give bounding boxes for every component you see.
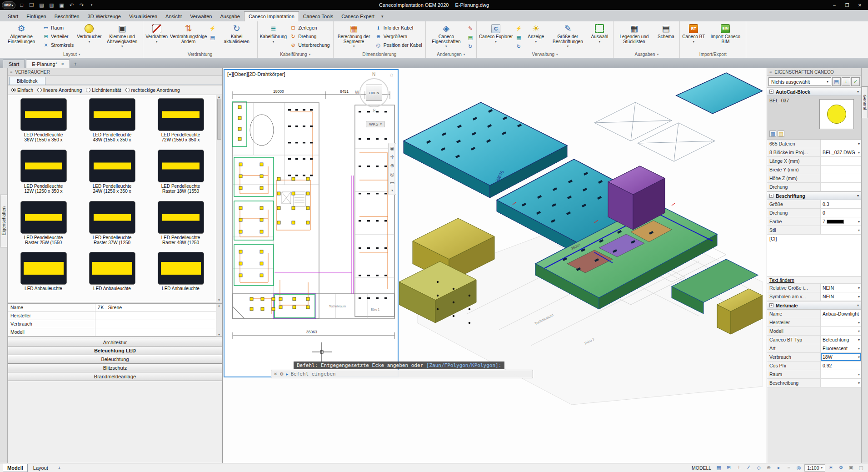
property-row[interactable]: 8 Blöcke im Proj...BEL_037.DWG▾ xyxy=(767,148,861,157)
rewind-icon[interactable]: ▭ xyxy=(390,180,394,186)
group-label-layout[interactable]: Layout▾ xyxy=(1,51,142,58)
save-as-icon[interactable]: ▥ xyxy=(48,1,55,9)
navigation-bar[interactable]: ◉ ✛ ⊕ ◎ ▭ ▾ xyxy=(388,143,396,195)
property-row[interactable]: Höhe Z (mm) xyxy=(767,174,861,183)
property-row[interactable]: NameAnbau-Downlight xyxy=(767,310,861,318)
viewcube-ring[interactable]: OBEN xyxy=(359,78,389,107)
property-row[interactable]: Relative Größe i...NEIN▾ xyxy=(767,284,861,292)
schema-button[interactable]: ▤ Schema xyxy=(653,22,678,51)
viewport-2d[interactable]: [+][Oben][2D-Drahtkörper] 18000 8451 856… xyxy=(224,69,399,377)
property-row[interactable]: Größe0.3 xyxy=(767,200,861,209)
vergroessern-button[interactable]: ⊕Vergrößern xyxy=(374,32,424,40)
property-row[interactable]: Stil▾ xyxy=(767,226,861,235)
property-row[interactable]: Cos Phi0.92 xyxy=(767,362,861,370)
library-item[interactable]: LED Pendelleuchte36W (1550 x 350 x xyxy=(9,96,78,147)
edit-note-icon[interactable]: ✎ xyxy=(466,24,475,32)
scroll-down-icon[interactable]: ▼ xyxy=(218,299,220,301)
anzeige-button[interactable]: ☀ Anzeige ▾ xyxy=(524,22,548,51)
filter-rechteckige-anordnung[interactable]: rechteckige Anordnung xyxy=(125,87,180,93)
table-row[interactable]: Verbrauch xyxy=(8,320,222,328)
restore-button[interactable]: ❐ xyxy=(841,0,853,10)
panel-grip-icon[interactable]: ≡ xyxy=(769,70,772,74)
library-item[interactable]: LED Anbauleuchte xyxy=(78,250,146,301)
library-item[interactable]: LED PendelleuchteRaster 18W (1550 xyxy=(146,147,215,199)
group-label-dimensionierung[interactable]: Dimensionierung xyxy=(334,51,425,58)
property-row[interactable]: Länge X (mm) xyxy=(767,157,861,166)
block-grid-icon[interactable]: ▤ xyxy=(778,131,784,137)
ribbon-tab-beschriften[interactable]: Beschriften xyxy=(50,12,84,21)
close-tab-icon[interactable]: ✕ xyxy=(61,62,65,66)
library-item[interactable]: LED PendelleuchteRaster 25W (1550 xyxy=(9,199,78,250)
redo-icon[interactable]: ↷ xyxy=(78,1,85,9)
category-brandmeldeanlage[interactable]: Brandmeldeanlage xyxy=(8,372,222,381)
apply-check-icon[interactable]: ✓ xyxy=(851,77,860,86)
stromkreis-button[interactable]: ✕Stromkreis xyxy=(41,41,75,49)
general-palette-tab[interactable]: General xyxy=(862,86,868,118)
viewport-controls-label[interactable]: [+][Oben][2D-Drahtkörper] xyxy=(227,71,285,77)
section-merkmale[interactable]: + Merkmale ▾ xyxy=(767,301,861,310)
viewcube-west-label[interactable]: W xyxy=(355,90,359,95)
zoom-icon[interactable]: ⊕ xyxy=(390,163,394,169)
filter-lineare-anordnung[interactable]: lineare Anordnung xyxy=(37,87,82,93)
open-folder-icon[interactable]: ❐ xyxy=(28,1,35,9)
library-item[interactable]: LED Pendelleuchte12W (1250 x 350 x xyxy=(9,147,78,199)
section-caret-icon[interactable]: ▾ xyxy=(857,303,859,307)
filter-lichtintensitaet[interactable]: Lichtintensität xyxy=(86,87,121,93)
grid-icon[interactable]: ▦ xyxy=(714,464,723,472)
library-item[interactable]: LED PendelleuchteRaster 48W (1250 xyxy=(146,199,215,250)
save-icon[interactable]: ▤ xyxy=(38,1,45,9)
library-item[interactable]: LED Anbauleuchte xyxy=(9,250,78,301)
close-button[interactable]: ✕ xyxy=(853,0,866,10)
library-item[interactable]: LED Pendelleuchte24W (1250 x 350 x xyxy=(78,147,146,199)
isolate-objects-icon[interactable]: ▣ xyxy=(847,464,855,472)
group-label-kabelfuehrung[interactable]: Kabelführung▾ xyxy=(258,51,333,58)
expand-icon[interactable]: + xyxy=(769,90,773,94)
groesse-beschriftungen-button[interactable]: ✎ Größe der Beschriftungen ▾ xyxy=(549,22,587,51)
wire-check-icon[interactable]: ⚡ xyxy=(208,24,217,32)
property-row[interactable]: Hersteller▾ xyxy=(767,318,861,327)
command-bar[interactable]: ✕ ⚙ ▸ xyxy=(271,370,533,378)
library-item[interactable]: LED PendelleuchteRaster 37W (1250 xyxy=(78,199,146,250)
annotation-text-area[interactable]: [CI] xyxy=(767,235,861,276)
property-row[interactable]: Breite Y (mm) xyxy=(767,166,861,174)
drehung-button[interactable]: ↻Drehung xyxy=(288,32,331,40)
library-item[interactable]: LED Pendelleuchte48W (1550 x 350 x xyxy=(78,96,146,147)
ribbon-tab-start[interactable]: Start xyxy=(4,12,22,21)
copy-props-icon[interactable]: ▤ xyxy=(466,33,475,41)
viewcube-face-oben[interactable]: OBEN xyxy=(366,85,382,101)
doc-tab-start[interactable]: Start xyxy=(3,60,25,68)
new-doc-tab-button[interactable]: + xyxy=(71,60,79,68)
layout-tab[interactable]: Layout xyxy=(29,464,52,472)
viewcube[interactable]: ⌂ N W S OBEN xyxy=(355,72,393,117)
text-aendern-link[interactable]: Text ändern xyxy=(769,277,794,283)
property-row[interactable]: ArtFluorescent▾ xyxy=(767,344,861,353)
scrollbar-thumb[interactable] xyxy=(217,99,221,140)
tool-sync-icon[interactable]: ↻ xyxy=(514,42,523,50)
tool-flash-icon[interactable]: ⚡ xyxy=(514,24,523,32)
details-scrollbar[interactable]: ▲▼ xyxy=(216,304,222,336)
save-selection-icon[interactable]: ▤ xyxy=(832,77,841,86)
selection-cycling-icon[interactable]: ◎ xyxy=(794,464,803,472)
doc-tab-e-planung[interactable]: E-Planung*✕ xyxy=(26,60,70,68)
snap-icon[interactable]: ⊞ xyxy=(724,464,733,472)
update-props-icon[interactable]: ↻ xyxy=(466,42,475,50)
ribbon-tab-ausgabe[interactable]: Ausgabe xyxy=(216,12,244,21)
info-der-kabel-button[interactable]: ℹInfo der Kabel xyxy=(374,24,424,32)
filter-einfach[interactable]: Einfach xyxy=(11,87,33,93)
property-row[interactable]: Drehung0 xyxy=(767,209,861,217)
category-architektur[interactable]: Architektur xyxy=(8,338,222,346)
property-row-farbe[interactable]: Farbe7▾ xyxy=(767,217,861,226)
position-der-kabel-button[interactable]: ◎Position der Kabel xyxy=(374,41,424,49)
3d-view[interactable]: 39675 35063 Technikraum Büro 1 xyxy=(399,68,763,463)
verteiler-button[interactable]: ⊞Verteiler xyxy=(41,32,75,40)
property-row[interactable]: Modell▾ xyxy=(767,327,861,336)
app-menu-button[interactable]: IMP▾ xyxy=(2,1,15,9)
model-tab[interactable]: Modell xyxy=(3,464,28,472)
raum-button[interactable]: ▭Raum xyxy=(41,24,75,32)
wcs-selector[interactable]: WKS▾ xyxy=(366,121,385,127)
command-customize-icon[interactable]: ⚙ xyxy=(279,372,284,377)
ribbon-tab-ansicht[interactable]: Ansicht xyxy=(161,12,186,21)
legenden-stuecklisten-button[interactable]: ▦ Legenden und Stücklisten xyxy=(615,22,653,51)
property-row[interactable]: Beschreibung▾ xyxy=(767,379,861,387)
property-row[interactable]: Raum▾ xyxy=(767,370,861,379)
